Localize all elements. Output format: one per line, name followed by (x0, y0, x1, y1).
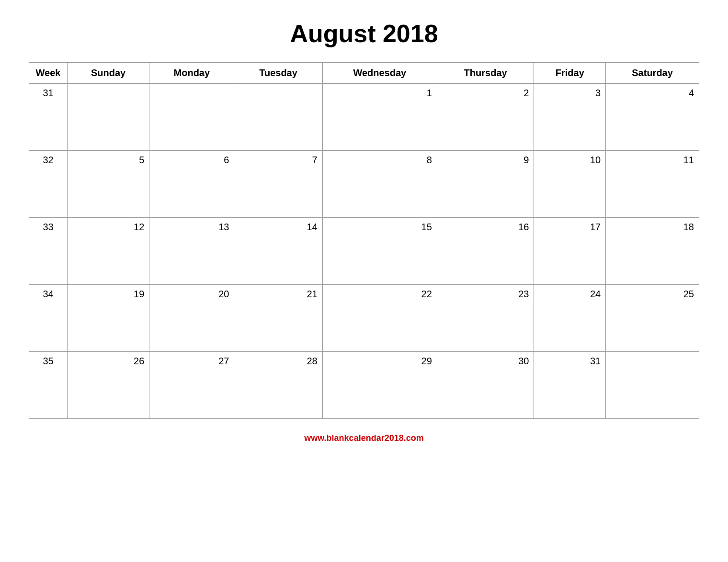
day-cell: 3 (534, 84, 606, 151)
day-cell: 15 (322, 218, 437, 285)
day-cell: 30 (437, 352, 534, 419)
day-cell: 12 (68, 218, 149, 285)
day-number: 29 (328, 356, 432, 367)
header-row: WeekSundayMondayTuesdayWednesdayThursday… (29, 63, 699, 84)
day-number: 9 (442, 155, 529, 166)
header-week: Week (29, 63, 68, 84)
day-cell (149, 84, 234, 151)
day-number: 5 (72, 155, 144, 166)
day-cell: 25 (606, 285, 699, 352)
day-cell (606, 352, 699, 419)
day-number: 2 (442, 88, 529, 99)
day-cell: 6 (149, 151, 234, 218)
day-cell: 11 (606, 151, 699, 218)
day-number: 12 (72, 222, 144, 233)
day-number: 24 (539, 289, 601, 300)
footer-link[interactable]: www.blankcalendar2018.com (304, 433, 423, 443)
day-cell: 18 (606, 218, 699, 285)
calendar-title: August 2018 (290, 19, 438, 48)
header-saturday: Saturday (606, 63, 699, 84)
day-number: 8 (328, 155, 432, 166)
day-cell: 20 (149, 285, 234, 352)
day-cell: 4 (606, 84, 699, 151)
header-tuesday: Tuesday (234, 63, 322, 84)
header-friday: Friday (534, 63, 606, 84)
week-row: 35262728293031 (29, 352, 699, 419)
week-row: 3312131415161718 (29, 218, 699, 285)
day-cell: 17 (534, 218, 606, 285)
day-number: 16 (442, 222, 529, 233)
day-cell: 14 (234, 218, 322, 285)
day-number: 1 (328, 88, 432, 99)
day-number: 3 (539, 88, 601, 99)
header-wednesday: Wednesday (322, 63, 437, 84)
week-row: 32567891011 (29, 151, 699, 218)
day-cell: 21 (234, 285, 322, 352)
day-number: 21 (239, 289, 317, 300)
week-number: 34 (29, 285, 68, 352)
day-cell: 2 (437, 84, 534, 151)
day-cell: 23 (437, 285, 534, 352)
header-thursday: Thursday (437, 63, 534, 84)
day-cell: 10 (534, 151, 606, 218)
day-number: 22 (328, 289, 432, 300)
day-cell: 8 (322, 151, 437, 218)
day-number: 18 (611, 222, 694, 233)
week-number: 35 (29, 352, 68, 419)
day-number: 19 (72, 289, 144, 300)
day-number: 11 (611, 155, 694, 166)
day-number: 28 (239, 356, 317, 367)
week-number: 31 (29, 84, 68, 151)
day-number: 17 (539, 222, 601, 233)
day-number: 10 (539, 155, 601, 166)
day-number: 14 (239, 222, 317, 233)
day-cell: 7 (234, 151, 322, 218)
day-cell: 24 (534, 285, 606, 352)
day-cell: 16 (437, 218, 534, 285)
week-number: 33 (29, 218, 68, 285)
day-number: 4 (611, 88, 694, 99)
day-cell (234, 84, 322, 151)
day-number: 7 (239, 155, 317, 166)
week-number: 32 (29, 151, 68, 218)
day-number: 15 (328, 222, 432, 233)
day-cell: 5 (68, 151, 149, 218)
day-cell: 1 (322, 84, 437, 151)
day-cell: 9 (437, 151, 534, 218)
day-cell: 13 (149, 218, 234, 285)
day-cell: 29 (322, 352, 437, 419)
day-cell: 27 (149, 352, 234, 419)
header-monday: Monday (149, 63, 234, 84)
calendar-table: WeekSundayMondayTuesdayWednesdayThursday… (29, 62, 699, 419)
header-sunday: Sunday (68, 63, 149, 84)
day-number: 20 (154, 289, 229, 300)
day-cell: 22 (322, 285, 437, 352)
day-number: 27 (154, 356, 229, 367)
day-number: 13 (154, 222, 229, 233)
day-number: 25 (611, 289, 694, 300)
day-number: 30 (442, 356, 529, 367)
day-number: 26 (72, 356, 144, 367)
day-cell (68, 84, 149, 151)
day-cell: 28 (234, 352, 322, 419)
day-cell: 31 (534, 352, 606, 419)
day-number: 23 (442, 289, 529, 300)
day-cell: 26 (68, 352, 149, 419)
day-cell: 19 (68, 285, 149, 352)
week-row: 311234 (29, 84, 699, 151)
day-number: 31 (539, 356, 601, 367)
week-row: 3419202122232425 (29, 285, 699, 352)
day-number: 6 (154, 155, 229, 166)
